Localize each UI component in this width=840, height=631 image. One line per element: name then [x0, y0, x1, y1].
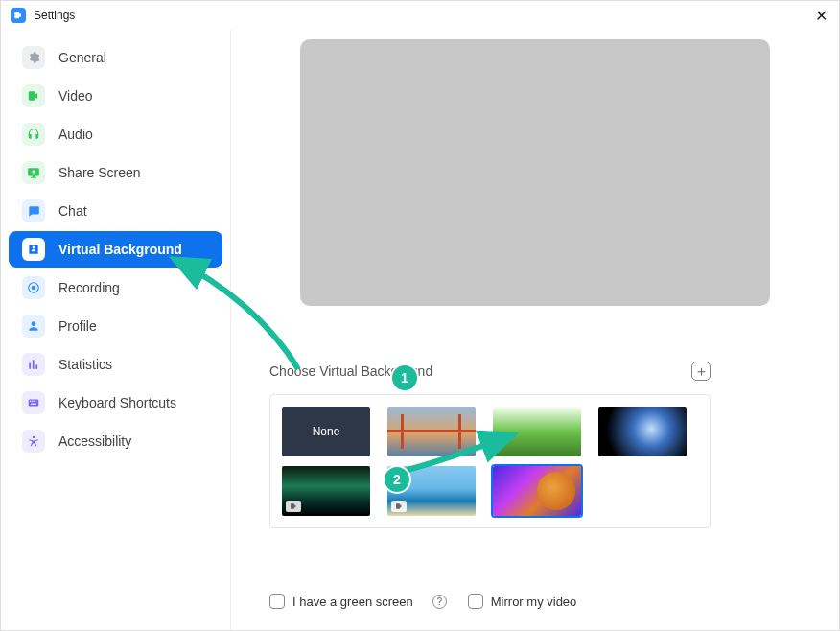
- sidebar-item-profile[interactable]: Profile: [9, 308, 222, 344]
- sidebar-item-label: Audio: [58, 127, 93, 142]
- sidebar-item-label: Virtual Background: [58, 242, 182, 257]
- mirror-video-checkbox[interactable]: Mirror my video: [468, 594, 577, 609]
- main-panel: Choose Virtual Background ＋ None: [231, 30, 839, 630]
- sidebar-item-statistics[interactable]: Statistics: [9, 346, 222, 383]
- add-background-button[interactable]: ＋: [691, 362, 711, 381]
- sidebar-item-label: Accessibility: [58, 433, 131, 449]
- sidebar-item-video[interactable]: Video: [9, 78, 222, 114]
- sidebar-item-label: Keyboard Shortcuts: [58, 395, 176, 410]
- sidebar-item-audio[interactable]: Audio: [9, 116, 222, 152]
- svg-rect-4: [32, 401, 33, 402]
- background-option-aurora[interactable]: [282, 466, 370, 516]
- background-option-beach[interactable]: [387, 466, 476, 516]
- sidebar-item-label: Statistics: [58, 357, 112, 372]
- headphones-icon: [22, 123, 45, 146]
- app-icon: [11, 8, 26, 23]
- keyboard-icon: [22, 391, 45, 414]
- video-badge-icon: [286, 501, 301, 512]
- svg-point-8: [33, 436, 35, 438]
- background-option-earth[interactable]: [598, 407, 687, 456]
- sidebar-item-accessibility[interactable]: Accessibility: [9, 423, 222, 459]
- sidebar-item-recording[interactable]: Recording: [9, 269, 222, 306]
- accessibility-icon: [22, 430, 45, 453]
- sidebar-item-share-screen[interactable]: Share Screen: [9, 154, 222, 191]
- checkbox-icon: [468, 594, 483, 609]
- statistics-icon: [22, 353, 45, 376]
- background-option-bridge[interactable]: [387, 407, 476, 456]
- svg-point-1: [32, 286, 36, 291]
- titlebar: Settings ✕: [1, 1, 839, 30]
- sidebar-item-label: Profile: [58, 318, 97, 334]
- profile-icon: [22, 315, 45, 338]
- green-screen-label: I have a green screen: [292, 595, 413, 609]
- window-title: Settings: [34, 9, 75, 22]
- background-thumbnails: None: [269, 394, 711, 528]
- checkbox-icon: [269, 594, 285, 609]
- video-preview: [300, 39, 770, 306]
- background-option-tiger[interactable]: [493, 466, 581, 516]
- sidebar-item-label: Chat: [58, 203, 87, 219]
- background-option-grass[interactable]: [493, 407, 581, 456]
- share-screen-icon: [22, 161, 45, 184]
- video-badge-icon: [391, 501, 407, 512]
- sidebar-item-general[interactable]: General: [9, 39, 222, 76]
- svg-rect-3: [30, 401, 31, 402]
- sidebar-item-keyboard-shortcuts[interactable]: Keyboard Shortcuts: [9, 385, 222, 421]
- svg-rect-5: [33, 401, 34, 402]
- sidebar-item-label: General: [58, 50, 106, 65]
- svg-rect-6: [35, 401, 35, 402]
- video-icon: [22, 84, 45, 107]
- mirror-video-label: Mirror my video: [491, 595, 577, 609]
- gear-icon: [22, 46, 45, 69]
- sidebar-item-label: Recording: [58, 280, 120, 295]
- close-button[interactable]: ✕: [812, 7, 829, 25]
- sidebar-item-label: Video: [58, 88, 93, 104]
- svg-rect-7: [31, 404, 36, 405]
- svg-rect-2: [29, 400, 39, 407]
- sidebar-item-virtual-background[interactable]: Virtual Background: [9, 231, 222, 268]
- options-row: I have a green screen ? Mirror my video: [269, 594, 576, 609]
- sidebar-item-chat[interactable]: Chat: [9, 193, 222, 229]
- record-icon: [22, 276, 45, 299]
- choose-background-label: Choose Virtual Background: [269, 363, 432, 379]
- sidebar-item-label: Share Screen: [58, 165, 141, 180]
- help-icon[interactable]: ?: [432, 595, 447, 609]
- chat-icon: [22, 199, 45, 222]
- green-screen-checkbox[interactable]: I have a green screen: [269, 594, 413, 609]
- background-option-none[interactable]: None: [282, 407, 370, 456]
- background-icon: [22, 238, 45, 261]
- settings-sidebar: General Video Audio Share Screen Chat: [1, 30, 231, 630]
- none-label: None: [313, 425, 340, 438]
